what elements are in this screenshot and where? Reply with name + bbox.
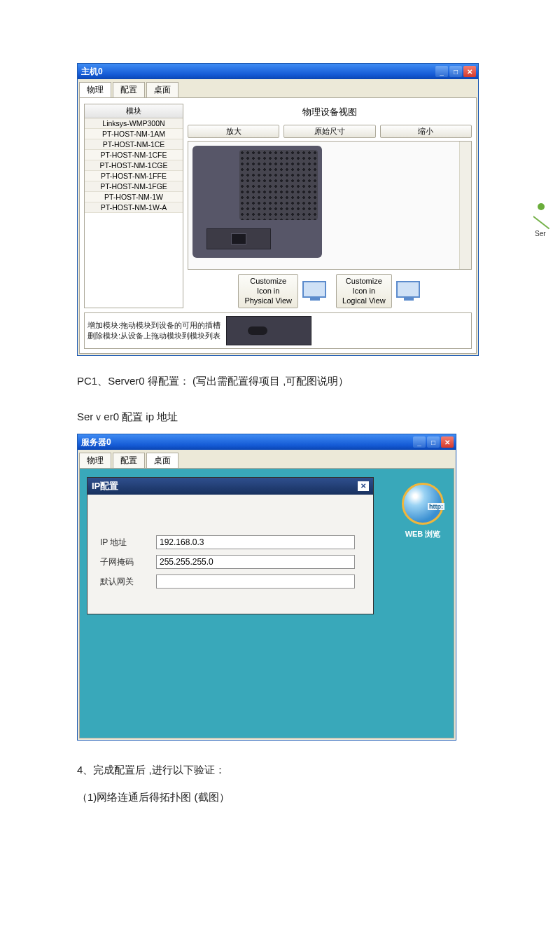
physical-view-title: 物理设备视图 <box>188 104 472 122</box>
ip-config-panel: IP配置 ✕ IP 地址 子网掩码 默认网关 <box>87 477 374 614</box>
close-icon[interactable]: ✕ <box>358 481 369 491</box>
doc-text-line: （1)网络连通后得拓扑图 (截图） <box>77 787 483 808</box>
module-item[interactable]: PT-HOST-NM-1CGE <box>85 160 183 171</box>
module-item[interactable]: PT-HOST-NM-1W-A <box>85 202 183 213</box>
close-button[interactable]: ✕ <box>463 66 476 77</box>
computer-icon <box>302 281 328 302</box>
titlebar[interactable]: 服务器0 _ □ ✕ <box>78 434 456 450</box>
minimize-button[interactable]: _ <box>413 436 426 448</box>
ip-config-title: IP配置 <box>92 480 118 493</box>
host0-window: 主机0 _ □ ✕ 物理 配置 桌面 模块 Linksys-WMP300N PT… <box>77 63 479 356</box>
module-item[interactable]: PT-HOST-NM-1CE <box>85 139 183 150</box>
ip-address-input[interactable] <box>156 535 355 549</box>
workspace-fragment: Ser <box>533 184 560 275</box>
globe-icon <box>402 483 444 525</box>
maximize-button[interactable]: □ <box>427 436 440 448</box>
customize-logical-button[interactable]: Customize Icon in Logical View <box>336 274 392 308</box>
tab-physical[interactable]: 物理 <box>79 453 111 468</box>
module-item[interactable]: PT-HOST-NM-1FFE <box>85 171 183 181</box>
device-panel[interactable] <box>188 141 472 270</box>
zoom-out-button[interactable]: 缩小 <box>380 125 472 138</box>
ip-config-titlebar[interactable]: IP配置 ✕ <box>88 478 373 495</box>
web-browser-shortcut[interactable]: WEB 浏览 <box>402 483 444 539</box>
server-label-fragment: Ser <box>535 230 546 238</box>
tab-config[interactable]: 配置 <box>113 82 145 97</box>
server0-window: 服务器0 _ □ ✕ 物理 配置 桌面 IP配置 ✕ <box>77 434 456 741</box>
module-item[interactable]: PT-HOST-NM-1AM <box>85 129 183 139</box>
tabbar: 物理 配置 桌面 <box>78 450 456 468</box>
info-del-text: 删除模块:从设备上拖动模块到模块列表 <box>88 331 220 341</box>
minimize-button[interactable]: _ <box>435 66 448 77</box>
info-add-text: 增加模块:拖动模块到设备的可用的插槽 <box>88 320 220 331</box>
window-title: 主机0 <box>81 66 103 78</box>
module-item[interactable]: Linksys-WMP300N <box>85 118 183 129</box>
ip-address-label: IP 地址 <box>100 537 156 549</box>
zoom-in-button[interactable]: 放大 <box>188 125 279 138</box>
maximize-button[interactable]: □ <box>449 66 462 77</box>
module-header: 模块 <box>85 104 183 118</box>
customize-physical-button[interactable]: Customize Icon in Physical View <box>238 274 298 308</box>
module-slot[interactable] <box>206 228 271 249</box>
zoom-original-button[interactable]: 原始尺寸 <box>284 125 375 138</box>
module-item[interactable]: PT-HOST-NM-1FGE <box>85 181 183 192</box>
doc-text-line: PC1、Server0 得配置： (写出需配置得项目 ,可配图说明） <box>77 371 483 392</box>
titlebar[interactable]: 主机0 _ □ ✕ <box>78 64 478 79</box>
gateway-label: 默认网关 <box>100 576 156 588</box>
doc-text-line: 4、完成配置后 ,进行以下验证： <box>77 760 483 780</box>
computer-icon <box>396 281 421 302</box>
subnet-mask-input[interactable] <box>156 555 355 569</box>
gateway-input[interactable] <box>156 574 355 589</box>
tab-desktop[interactable]: 桌面 <box>146 453 178 468</box>
fan-grill-icon <box>239 150 318 220</box>
module-preview[interactable] <box>226 316 312 345</box>
info-panel: 增加模块:拖动模块到设备的可用的插槽 删除模块:从设备上拖动模块到模块列表 <box>84 312 472 349</box>
module-item[interactable]: PT-HOST-NM-1CFE <box>85 150 183 160</box>
module-item[interactable]: PT-HOST-NM-1W <box>85 192 183 202</box>
tabbar: 物理 配置 桌面 <box>78 79 478 97</box>
window-title: 服务器0 <box>81 436 111 448</box>
device-chassis[interactable] <box>192 146 322 258</box>
tab-desktop[interactable]: 桌面 <box>146 82 178 97</box>
web-browser-label: WEB 浏览 <box>402 529 444 539</box>
module-list: 模块 Linksys-WMP300N PT-HOST-NM-1AM PT-HOS… <box>84 104 183 308</box>
desktop-area: IP配置 ✕ IP 地址 子网掩码 默认网关 <box>80 469 454 738</box>
port-icon <box>231 233 246 245</box>
close-button[interactable]: ✕ <box>441 436 454 448</box>
subnet-mask-label: 子网掩码 <box>100 556 156 568</box>
vertical-scrollbar[interactable] <box>459 142 471 269</box>
tab-physical[interactable]: 物理 <box>79 82 111 97</box>
tab-config[interactable]: 配置 <box>113 453 145 468</box>
doc-text-line: Serｖer0 配置 ip 地址 <box>77 407 483 427</box>
